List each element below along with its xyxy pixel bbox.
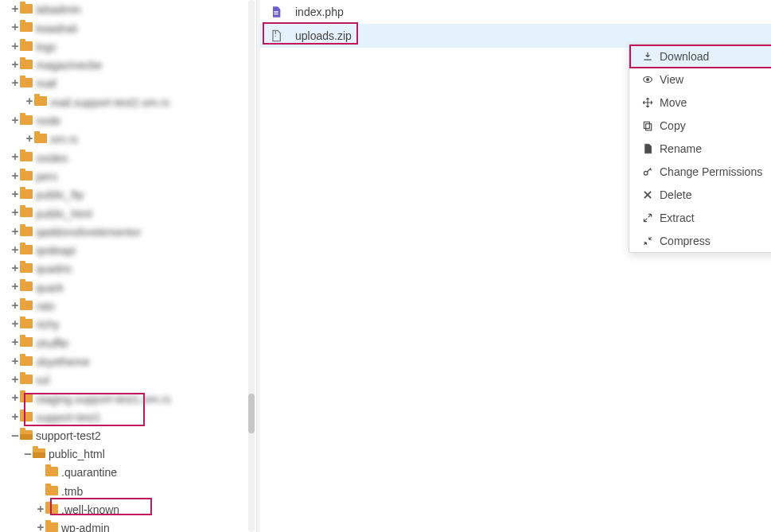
tree-toggle[interactable]: + xyxy=(11,148,19,165)
tree-toggle[interactable]: + xyxy=(11,0,19,17)
tree-item[interactable]: +node xyxy=(11,111,256,130)
folder-icon xyxy=(20,41,33,51)
folder-icon xyxy=(20,356,33,366)
svg-point-4 xyxy=(644,171,648,175)
tree-item[interactable]: +quark xyxy=(11,278,256,296)
folder-tree: +labadmin+kwadrati+logs+magazinecbe+mail… xyxy=(0,0,257,532)
tree-item[interactable]: +rato xyxy=(11,297,256,315)
context-menu: Download View Move Copy xyxy=(629,44,771,253)
tree-item-label: staging.support-test1.om.rs xyxy=(36,393,171,406)
menu-extract[interactable]: Extract xyxy=(629,206,771,229)
tree-item[interactable]: +public_ftp xyxy=(11,185,256,204)
folder-icon xyxy=(20,227,33,236)
tree-item-label: wp-admin xyxy=(61,522,110,532)
tree-toggle[interactable]: + xyxy=(11,259,19,277)
tree-item[interactable]: +logs xyxy=(11,37,256,56)
tree-item[interactable]: +wp-admin xyxy=(37,518,256,532)
php-file-icon xyxy=(270,4,282,20)
menu-label: Download xyxy=(660,50,709,63)
tree-item[interactable]: +kwadrati xyxy=(11,18,256,37)
tree-toggle[interactable]: + xyxy=(25,92,33,110)
tree-toggle[interactable]: + xyxy=(11,223,19,240)
tree-item[interactable]: +skyetheme xyxy=(11,352,256,371)
tree-toggle[interactable]: + xyxy=(11,371,19,388)
tree-item[interactable]: –public_html+.quarantine+.tmb+.well-know… xyxy=(24,445,256,532)
tree-item[interactable]: +mail xyxy=(11,74,256,92)
tree-item[interactable]: +qaddonsforelementor xyxy=(11,223,256,241)
tree-toggle[interactable]: + xyxy=(11,74,19,91)
tree-item[interactable]: –support-test2–public_html+.quarantine+.… xyxy=(11,426,256,532)
menu-rename[interactable]: Rename xyxy=(629,137,771,160)
tree-item-label: pers xyxy=(36,170,57,183)
tree-toggle[interactable]: + xyxy=(11,18,19,36)
menu-label: Copy xyxy=(660,119,686,132)
menu-copy[interactable]: Copy xyxy=(629,114,771,137)
download-icon xyxy=(641,51,655,62)
tree-item[interactable]: +labadmin xyxy=(11,0,256,18)
tree-toggle[interactable]: + xyxy=(11,315,19,332)
menu-move[interactable]: Move xyxy=(629,91,771,114)
tree-toggle[interactable]: + xyxy=(11,204,19,221)
tree-toggle[interactable]: – xyxy=(11,426,19,444)
tree-toggle[interactable]: – xyxy=(24,445,32,462)
tree-item[interactable]: +oxides xyxy=(11,148,256,166)
tree-item[interactable]: +.tmb xyxy=(37,482,256,500)
tree-item[interactable]: +staging.support-test1.om.rs xyxy=(11,389,256,407)
menu-compress[interactable]: Compress xyxy=(629,229,771,252)
tree-toggle[interactable]: + xyxy=(11,37,19,55)
tree-item[interactable]: +ssl xyxy=(11,371,256,389)
tree-item-label: public_html xyxy=(36,208,92,220)
tree-toggle[interactable]: + xyxy=(11,278,19,295)
tree-item[interactable]: +magazinecbe xyxy=(11,56,256,74)
tree-item[interactable]: +quadric xyxy=(11,259,256,278)
tree-item[interactable]: +pers xyxy=(11,167,256,185)
tree-item[interactable]: +shuffle xyxy=(11,333,256,351)
key-icon xyxy=(641,166,655,177)
folder-icon xyxy=(20,393,33,402)
tree-item[interactable]: +om.rs xyxy=(11,130,256,148)
menu-label: Move xyxy=(660,96,687,109)
folder-icon xyxy=(20,245,33,254)
folder-icon xyxy=(45,467,58,476)
svg-rect-3 xyxy=(646,123,652,130)
tree-toggle[interactable]: + xyxy=(11,185,19,203)
tree-item-label: logs xyxy=(36,41,56,53)
folder-icon xyxy=(20,375,33,384)
tree-item-label: rato xyxy=(36,300,55,313)
tree-toggle[interactable]: + xyxy=(11,241,19,258)
move-icon xyxy=(641,97,655,108)
tree-item-label: .well-known xyxy=(61,503,119,516)
file-icon xyxy=(641,143,655,154)
tree-toggle[interactable]: + xyxy=(11,297,19,314)
tree-item[interactable]: +qodeapi xyxy=(11,241,256,259)
tree-toggle[interactable]: + xyxy=(25,130,33,147)
tree-item-label: mail.support-test2.om.rs xyxy=(50,96,169,109)
tree-item[interactable]: +support-test1 xyxy=(11,408,256,426)
file-row-index[interactable]: index.php xyxy=(260,0,771,24)
tree-item-label: richy xyxy=(36,318,60,331)
menu-download[interactable]: Download xyxy=(629,45,771,68)
tree-toggle[interactable]: + xyxy=(11,111,19,129)
tree-item[interactable]: +.quarantine xyxy=(37,463,256,481)
sidebar-scrollbar[interactable] xyxy=(248,0,255,532)
tree-toggle[interactable]: + xyxy=(11,333,19,351)
tree-toggle[interactable]: + xyxy=(11,352,19,370)
tree-item[interactable]: +richy xyxy=(11,315,256,333)
tree-item[interactable]: +.well-known xyxy=(37,500,256,518)
tree-toggle[interactable]: + xyxy=(11,167,19,184)
tree-toggle[interactable]: + xyxy=(11,389,19,406)
tree-item-label: ssl xyxy=(36,374,49,386)
menu-delete[interactable]: Delete xyxy=(629,183,771,206)
tree-toggle[interactable]: + xyxy=(37,500,45,518)
tree-toggle[interactable]: + xyxy=(37,518,45,532)
tree-item[interactable]: +public_html xyxy=(11,204,256,222)
folder-icon xyxy=(20,301,33,310)
tree-toggle[interactable]: + xyxy=(11,56,19,73)
tree-item[interactable]: +mail.support-test2.om.rs xyxy=(11,92,256,111)
folder-icon xyxy=(20,189,33,199)
tree-toggle[interactable]: + xyxy=(11,408,19,425)
folder-icon xyxy=(20,152,33,161)
menu-view[interactable]: View xyxy=(629,68,771,91)
folder-icon xyxy=(45,522,58,532)
menu-permissions[interactable]: Change Permissions xyxy=(629,160,771,183)
